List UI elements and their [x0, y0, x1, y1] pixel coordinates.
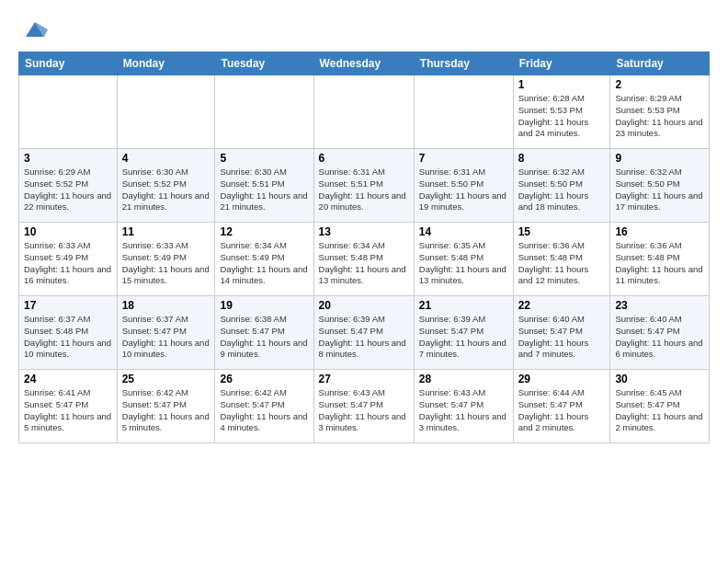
calendar-cell: 12Sunrise: 6:34 AM Sunset: 5:49 PM Dayli…: [215, 223, 313, 296]
calendar-cell: 15Sunrise: 6:36 AM Sunset: 5:48 PM Dayli…: [513, 223, 610, 296]
calendar-cell: 14Sunrise: 6:35 AM Sunset: 5:48 PM Dayli…: [414, 223, 513, 296]
day-number: 4: [122, 152, 210, 165]
day-info: Sunrise: 6:33 AM Sunset: 5:49 PM Dayligh…: [24, 240, 112, 287]
day-info: Sunrise: 6:37 AM Sunset: 5:47 PM Dayligh…: [122, 314, 210, 361]
day-info: Sunrise: 6:39 AM Sunset: 5:47 PM Dayligh…: [319, 314, 409, 361]
day-number: 5: [220, 152, 308, 165]
calendar-cell: 2Sunrise: 6:29 AM Sunset: 5:53 PM Daylig…: [610, 75, 710, 149]
calendar-cell: 16Sunrise: 6:36 AM Sunset: 5:48 PM Dayli…: [610, 223, 710, 296]
day-number: 12: [220, 225, 308, 238]
weekday-header: Thursday: [414, 52, 513, 75]
day-number: 15: [518, 225, 606, 238]
day-info: Sunrise: 6:31 AM Sunset: 5:51 PM Dayligh…: [319, 167, 409, 213]
calendar-cell: [215, 75, 313, 149]
calendar-cell: 18Sunrise: 6:37 AM Sunset: 5:47 PM Dayli…: [117, 296, 215, 370]
calendar-week-row: 3Sunrise: 6:29 AM Sunset: 5:52 PM Daylig…: [19, 149, 710, 223]
calendar-cell: 10Sunrise: 6:33 AM Sunset: 5:49 PM Dayli…: [19, 223, 118, 296]
day-info: Sunrise: 6:30 AM Sunset: 5:52 PM Dayligh…: [122, 167, 210, 213]
calendar-cell: 22Sunrise: 6:40 AM Sunset: 5:47 PM Dayli…: [513, 296, 610, 370]
logo: [18, 17, 48, 42]
day-info: Sunrise: 6:36 AM Sunset: 5:48 PM Dayligh…: [615, 240, 704, 287]
calendar-cell: 27Sunrise: 6:43 AM Sunset: 5:47 PM Dayli…: [313, 370, 414, 443]
calendar-cell: 17Sunrise: 6:37 AM Sunset: 5:48 PM Dayli…: [19, 296, 118, 370]
page: SundayMondayTuesdayWednesdayThursdayFrid…: [0, 0, 728, 453]
day-info: Sunrise: 6:43 AM Sunset: 5:47 PM Dayligh…: [419, 387, 508, 434]
day-info: Sunrise: 6:40 AM Sunset: 5:47 PM Dayligh…: [518, 314, 606, 361]
day-number: 27: [319, 373, 409, 385]
calendar-week-row: 10Sunrise: 6:33 AM Sunset: 5:49 PM Dayli…: [19, 223, 710, 296]
day-number: 20: [319, 299, 409, 312]
calendar-cell: 7Sunrise: 6:31 AM Sunset: 5:50 PM Daylig…: [414, 149, 513, 223]
calendar-cell: 21Sunrise: 6:39 AM Sunset: 5:47 PM Dayli…: [414, 296, 513, 370]
header: [18, 17, 710, 42]
calendar-cell: 23Sunrise: 6:40 AM Sunset: 5:47 PM Dayli…: [610, 296, 710, 370]
weekday-header: Monday: [117, 52, 215, 75]
day-info: Sunrise: 6:42 AM Sunset: 5:47 PM Dayligh…: [220, 387, 308, 434]
calendar-cell: 29Sunrise: 6:44 AM Sunset: 5:47 PM Dayli…: [513, 370, 610, 443]
weekday-header-row: SundayMondayTuesdayWednesdayThursdayFrid…: [19, 52, 710, 75]
day-info: Sunrise: 6:41 AM Sunset: 5:47 PM Dayligh…: [24, 387, 112, 434]
day-info: Sunrise: 6:29 AM Sunset: 5:52 PM Dayligh…: [24, 167, 112, 213]
calendar-cell: 24Sunrise: 6:41 AM Sunset: 5:47 PM Dayli…: [19, 370, 118, 443]
day-number: 8: [518, 152, 606, 165]
day-number: 13: [319, 225, 409, 238]
day-number: 7: [419, 152, 508, 165]
calendar-cell: 11Sunrise: 6:33 AM Sunset: 5:49 PM Dayli…: [117, 223, 215, 296]
day-number: 6: [319, 152, 409, 165]
day-number: 16: [615, 225, 704, 238]
day-number: 23: [615, 299, 704, 312]
day-number: 1: [518, 78, 606, 91]
calendar-cell: 1Sunrise: 6:28 AM Sunset: 5:53 PM Daylig…: [513, 75, 610, 149]
day-info: Sunrise: 6:44 AM Sunset: 5:47 PM Dayligh…: [518, 387, 606, 434]
day-info: Sunrise: 6:35 AM Sunset: 5:48 PM Dayligh…: [419, 240, 508, 287]
day-number: 2: [615, 78, 704, 91]
day-number: 29: [518, 373, 606, 385]
calendar-cell: 28Sunrise: 6:43 AM Sunset: 5:47 PM Dayli…: [414, 370, 513, 443]
calendar-cell: 25Sunrise: 6:42 AM Sunset: 5:47 PM Dayli…: [117, 370, 215, 443]
day-info: Sunrise: 6:28 AM Sunset: 5:53 PM Dayligh…: [518, 93, 606, 140]
day-info: Sunrise: 6:42 AM Sunset: 5:47 PM Dayligh…: [122, 387, 210, 434]
day-info: Sunrise: 6:34 AM Sunset: 5:48 PM Dayligh…: [319, 240, 409, 287]
day-info: Sunrise: 6:29 AM Sunset: 5:53 PM Dayligh…: [615, 93, 704, 140]
calendar-cell: 6Sunrise: 6:31 AM Sunset: 5:51 PM Daylig…: [313, 149, 414, 223]
weekday-header: Sunday: [19, 52, 118, 75]
day-number: 21: [419, 299, 508, 312]
day-number: 19: [220, 299, 308, 312]
day-info: Sunrise: 6:30 AM Sunset: 5:51 PM Dayligh…: [220, 167, 308, 213]
calendar-cell: [414, 75, 513, 149]
day-info: Sunrise: 6:38 AM Sunset: 5:47 PM Dayligh…: [220, 314, 308, 361]
calendar: SundayMondayTuesdayWednesdayThursdayFrid…: [18, 52, 710, 443]
day-number: 28: [419, 373, 508, 385]
day-number: 17: [24, 299, 112, 312]
weekday-header: Wednesday: [313, 52, 414, 75]
day-number: 11: [122, 225, 210, 238]
calendar-cell: 19Sunrise: 6:38 AM Sunset: 5:47 PM Dayli…: [215, 296, 313, 370]
calendar-cell: [117, 75, 215, 149]
day-number: 10: [24, 225, 112, 238]
calendar-cell: 8Sunrise: 6:32 AM Sunset: 5:50 PM Daylig…: [513, 149, 610, 223]
calendar-cell: 5Sunrise: 6:30 AM Sunset: 5:51 PM Daylig…: [215, 149, 313, 223]
day-info: Sunrise: 6:43 AM Sunset: 5:47 PM Dayligh…: [319, 387, 409, 434]
day-info: Sunrise: 6:45 AM Sunset: 5:47 PM Dayligh…: [615, 387, 704, 434]
calendar-week-row: 17Sunrise: 6:37 AM Sunset: 5:48 PM Dayli…: [19, 296, 710, 370]
weekday-header: Saturday: [610, 52, 710, 75]
weekday-header: Friday: [513, 52, 610, 75]
day-number: 26: [220, 373, 308, 385]
day-number: 30: [615, 373, 704, 385]
logo-icon: [22, 17, 48, 42]
day-info: Sunrise: 6:32 AM Sunset: 5:50 PM Dayligh…: [518, 167, 606, 213]
day-number: 18: [122, 299, 210, 312]
calendar-cell: 3Sunrise: 6:29 AM Sunset: 5:52 PM Daylig…: [19, 149, 118, 223]
day-info: Sunrise: 6:32 AM Sunset: 5:50 PM Dayligh…: [615, 167, 704, 213]
calendar-cell: [313, 75, 414, 149]
day-number: 25: [122, 373, 210, 385]
calendar-cell: [19, 75, 118, 149]
calendar-week-row: 24Sunrise: 6:41 AM Sunset: 5:47 PM Dayli…: [19, 370, 710, 443]
day-info: Sunrise: 6:39 AM Sunset: 5:47 PM Dayligh…: [419, 314, 508, 361]
calendar-week-row: 1Sunrise: 6:28 AM Sunset: 5:53 PM Daylig…: [19, 75, 710, 149]
day-info: Sunrise: 6:31 AM Sunset: 5:50 PM Dayligh…: [419, 167, 508, 213]
calendar-cell: 13Sunrise: 6:34 AM Sunset: 5:48 PM Dayli…: [313, 223, 414, 296]
weekday-header: Tuesday: [215, 52, 313, 75]
day-info: Sunrise: 6:37 AM Sunset: 5:48 PM Dayligh…: [24, 314, 112, 361]
day-number: 14: [419, 225, 508, 238]
